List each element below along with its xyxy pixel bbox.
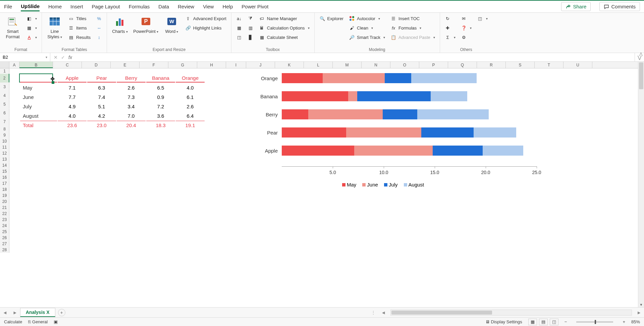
row-header[interactable]: 27 (0, 241, 9, 247)
horizontal-scrollbar[interactable] (390, 310, 632, 316)
line-styles-button[interactable]: Line Styles (45, 14, 64, 41)
formula-input[interactable] (75, 57, 635, 58)
row-header[interactable]: 10 (0, 138, 9, 144)
enter-icon[interactable]: ✓ (61, 55, 65, 60)
hscroll-right[interactable]: ► (634, 310, 644, 315)
row-header[interactable]: 23 (0, 217, 9, 223)
items-button[interactable]: ☰Items (67, 23, 92, 32)
display-settings-button[interactable]: 🖥 Display Settings (485, 319, 522, 324)
row-header[interactable]: 21 (0, 205, 9, 211)
tab-upslide[interactable]: UpSlide (21, 2, 40, 11)
view-pagebreak-button[interactable]: ◫ (550, 319, 558, 325)
sheet-tab[interactable]: Analysis X (20, 308, 55, 317)
row-header[interactable]: 3 (0, 83, 9, 91)
collapse-ribbon-button[interactable]: ⋀ (639, 52, 643, 56)
powerpoint-button[interactable]: PPowerPoint (132, 14, 159, 36)
tb-a3[interactable]: ◫ (235, 33, 244, 42)
row-header[interactable]: 9 (0, 132, 9, 138)
row-header[interactable]: 26 (0, 235, 9, 241)
fill-color-button[interactable]: ◧ (25, 14, 38, 23)
highlight-links-button[interactable]: 🔗Highlight Links (184, 23, 228, 32)
width-button[interactable]: ↔ (95, 23, 103, 32)
smart-track-button[interactable]: 🔎Smart Track (347, 33, 386, 42)
select-all-corner[interactable] (0, 62, 9, 68)
tab-insert[interactable]: Insert (70, 2, 83, 11)
add-sheet-button[interactable]: + (58, 309, 65, 316)
clean-button[interactable]: 🖌Clean (347, 23, 386, 32)
view-pagelayout-button[interactable]: ▤ (539, 319, 548, 325)
tab-view[interactable]: View (203, 2, 214, 11)
row-header[interactable]: 11 (0, 144, 9, 150)
row-header[interactable]: 5 (0, 100, 9, 109)
other-a1[interactable]: ↻ (443, 14, 457, 23)
tb-b3[interactable]: ▊ (246, 33, 255, 42)
height-button[interactable]: ↕ (95, 33, 103, 42)
share-button[interactable]: Share (561, 2, 591, 11)
other-c1[interactable]: ◫ (476, 14, 489, 23)
sheet-nav-prev[interactable]: ◄ (0, 310, 10, 315)
zoom-in-button[interactable]: + (623, 319, 625, 324)
row-header[interactable]: 15 (0, 168, 9, 174)
row-header[interactable]: 1 (0, 68, 9, 74)
scroll-down-icon[interactable]: ▼ (638, 303, 644, 307)
row-header[interactable]: 19 (0, 193, 9, 199)
comments-button[interactable]: Comments (599, 2, 640, 11)
tab-formulas[interactable]: Formulas (129, 2, 150, 11)
results-button[interactable]: ▤Results (67, 33, 92, 42)
zoom-slider[interactable] (576, 321, 613, 323)
percent-button[interactable]: % (95, 14, 103, 23)
word-button[interactable]: WWord (162, 14, 181, 36)
row-header[interactable]: 16 (0, 174, 9, 180)
row-header[interactable]: 25 (0, 229, 9, 235)
tab-help[interactable]: Help (222, 2, 233, 11)
tab-review[interactable]: Review (178, 2, 194, 11)
charts-button[interactable]: Charts (110, 14, 129, 36)
calc-options-button[interactable]: 🖩Calculation Options (258, 23, 311, 32)
status-calculate[interactable]: Calculate (4, 319, 22, 324)
row-header[interactable]: 7 (0, 117, 9, 126)
font-color-button[interactable]: A (25, 33, 38, 42)
row-header[interactable]: 4 (0, 91, 9, 100)
row-header[interactable]: 17 (0, 180, 9, 186)
fx-button[interactable]: fx (68, 55, 72, 60)
name-box[interactable]: B2▾ (0, 53, 50, 61)
row-header[interactable]: 18 (0, 186, 9, 193)
status-general[interactable]: ⎘ General (28, 319, 48, 324)
other-a3[interactable]: Σ (443, 33, 457, 42)
row-header[interactable]: 12 (0, 150, 9, 156)
spreadsheet-grid[interactable]: ABCDEFGHIJKLMNOPQRSTU 123456789101112131… (0, 62, 638, 307)
explorer-button[interactable]: 🔍Explorer (318, 14, 345, 23)
zoom-out-button[interactable]: − (565, 319, 567, 324)
tb-b1[interactable]: ⧩ (246, 14, 255, 23)
border-button[interactable]: ▦ (25, 23, 38, 32)
tb-a2[interactable]: ▦ (235, 23, 244, 32)
autocolor-button[interactable]: Autocolor (347, 14, 386, 23)
tab-home[interactable]: Home (48, 2, 62, 11)
row-header[interactable]: 13 (0, 156, 9, 162)
tab-powerpivot[interactable]: Power Pivot (241, 2, 268, 11)
row-header[interactable]: 24 (0, 223, 9, 229)
status-macro[interactable]: ▣ (54, 319, 58, 324)
tb-a1[interactable]: a↓ (235, 14, 244, 23)
tb-b2[interactable]: ▥ (246, 23, 255, 32)
view-normal-button[interactable]: ▦ (528, 319, 537, 325)
zoom-level[interactable]: 85% (631, 319, 640, 324)
row-header[interactable]: 28 (0, 247, 9, 253)
insert-toc-button[interactable]: ☰Insert TOC (389, 14, 436, 23)
tab-pagelayout[interactable]: Page Layout (92, 2, 120, 11)
titles-button[interactable]: ▭Titles (67, 14, 92, 23)
row-header[interactable]: 8 (0, 126, 9, 132)
other-b1[interactable]: ✉ (460, 14, 473, 23)
cancel-icon[interactable]: ✕ (54, 55, 58, 60)
tab-data[interactable]: Data (158, 2, 169, 11)
hscroll-left[interactable]: ◄ (378, 310, 388, 315)
vertical-scrollbar[interactable]: ▲ ▼ (638, 62, 644, 307)
formulas-button[interactable]: fxFormulas (389, 23, 436, 32)
row-header[interactable]: 6 (0, 109, 9, 117)
tab-file[interactable]: File (4, 2, 12, 11)
other-b3[interactable]: ⚙ (460, 33, 473, 42)
advanced-export-button[interactable]: ⇪Advanced Export (184, 14, 228, 23)
advanced-paste-button[interactable]: 📋Advanced Paste (389, 33, 436, 42)
row-header[interactable]: 2 (0, 74, 9, 83)
scroll-thumb[interactable] (639, 62, 643, 89)
